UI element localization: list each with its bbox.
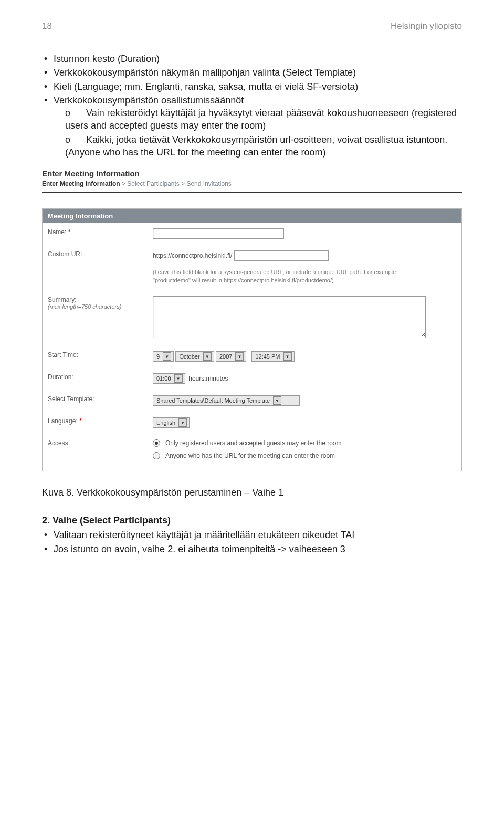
- summary-label: Summary: (max length=750 characters): [48, 296, 153, 310]
- sub-marker: o: [65, 133, 86, 146]
- chevron-down-icon: ▼: [203, 352, 212, 361]
- sub-marker: o: [65, 107, 86, 119]
- name-label: Name: *: [48, 228, 153, 236]
- top-bullet-list: Istunnon kesto (Duration) Verkkokokousym…: [42, 52, 462, 159]
- customurl-label: Custom URL:: [48, 250, 153, 258]
- breadcrumb-sep: >: [180, 180, 187, 187]
- panel-header: Meeting Information: [43, 209, 461, 223]
- chevron-down-icon: ▼: [174, 374, 183, 383]
- start-time-select[interactable]: 12:45 PM▼: [251, 351, 294, 362]
- access-radio-anyone[interactable]: [153, 452, 160, 459]
- breadcrumb: Enter Meeting Information > Select Parti…: [42, 180, 462, 187]
- list-item-label: Verkkokokousympäristön osallistumissäänn…: [54, 95, 244, 106]
- required-marker: *: [68, 228, 71, 236]
- list-item: Jos istunto on avoin, vaihe 2. ei aiheut…: [42, 543, 462, 555]
- page-number: 18: [42, 21, 52, 32]
- list-item: oVain rekisteröidyt käyttäjät ja hyväksy…: [65, 107, 462, 132]
- summary-input[interactable]: [153, 296, 426, 338]
- template-label: Select Template:: [48, 395, 153, 403]
- breadcrumb-step-active: Enter Meeting Information: [42, 180, 120, 187]
- required-marker: *: [79, 417, 82, 425]
- figure-caption: Kuva 8. Verkkokokousympäristön perustami…: [42, 487, 462, 498]
- access-option-label: Anyone who has the URL for the meeting c…: [165, 452, 335, 459]
- start-month-select[interactable]: October▼: [175, 351, 214, 362]
- duration-select[interactable]: 01:00▼: [153, 373, 185, 384]
- start-label: Start Time:: [48, 351, 153, 359]
- chevron-down-icon: ▼: [178, 418, 187, 427]
- step2-title: 2. Vaihe (Select Participants): [42, 514, 462, 527]
- summary-sublabel: (max length=750 characters): [48, 303, 153, 310]
- meeting-info-panel: Meeting Information Name: * Custom URL: …: [42, 208, 462, 471]
- breadcrumb-step: Send Invitations: [186, 180, 231, 187]
- sub-text: Vain rekisteröidyt käyttäjät ja hyväksyt…: [65, 108, 457, 131]
- list-item: Valitaan rekisteröityneet käyttäjät ja m…: [42, 529, 462, 541]
- access-option-label: Only registered users and accepted guest…: [165, 439, 342, 447]
- name-input[interactable]: [153, 228, 284, 239]
- sub-list: oVain rekisteröidyt käyttäjät ja hyväksy…: [54, 107, 462, 159]
- access-radio-registered[interactable]: [153, 439, 160, 447]
- duration-label: Duration:: [48, 373, 153, 381]
- breadcrumb-step: Select Participants: [127, 180, 179, 187]
- list-item: Verkkokokousympäristön osallistumissäänn…: [42, 94, 462, 159]
- list-item: Verkkokokousympäristön näkymän mallipohj…: [42, 66, 462, 79]
- customurl-input[interactable]: [234, 250, 329, 261]
- url-prefix: https://connectpro.helsinki.fi/: [153, 252, 232, 259]
- duration-suffix: hours:minutes: [188, 375, 228, 382]
- chevron-down-icon: ▼: [163, 352, 171, 361]
- sub-text: Kaikki, jotka tietävät Verkkokokousympär…: [65, 134, 447, 158]
- step2-bullet-list: Valitaan rekisteröityneet käyttäjät ja m…: [42, 529, 462, 555]
- start-year-select[interactable]: 2007▼: [216, 351, 246, 362]
- list-item: Kieli (Language; mm. Englanti, ranska, s…: [42, 80, 462, 93]
- customurl-hint: (Leave this field blank for a system-gen…: [153, 268, 405, 285]
- language-select[interactable]: English▼: [153, 417, 190, 428]
- embedded-screenshot: Enter Meeting Information Enter Meeting …: [42, 169, 462, 471]
- chevron-down-icon: ▼: [273, 396, 281, 405]
- form-title: Enter Meeting Information: [42, 169, 462, 178]
- list-item: Istunnon kesto (Duration): [42, 52, 462, 65]
- doc-title: Helsingin yliopisto: [391, 21, 462, 32]
- breadcrumb-sep: >: [120, 180, 128, 187]
- start-day-select[interactable]: 9▼: [153, 351, 174, 362]
- chevron-down-icon: ▼: [284, 352, 292, 361]
- access-label: Access:: [48, 439, 153, 447]
- chevron-down-icon: ▼: [235, 352, 244, 361]
- language-label: Language: *: [48, 417, 153, 425]
- list-item: oKaikki, jotka tietävät Verkkokokousympä…: [65, 133, 462, 159]
- template-select[interactable]: Shared Templates\Default Meeting Templat…: [153, 395, 300, 406]
